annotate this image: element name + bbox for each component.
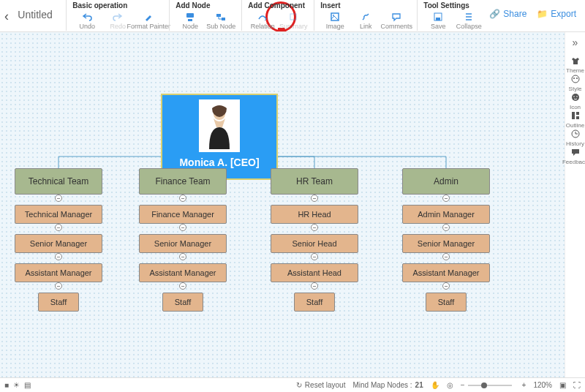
expand-toggle[interactable]	[442, 282, 450, 290]
expand-toggle[interactable]	[442, 253, 450, 260]
export-button[interactable]: 📁Export	[537, 9, 576, 19]
format-painter-button[interactable]: Format Painter	[134, 11, 163, 31]
expand-toggle[interactable]	[55, 282, 62, 290]
svg-rect-4	[290, 14, 296, 20]
share-button[interactable]: 🔗Share	[489, 9, 526, 19]
zoom-in[interactable]: +	[522, 381, 526, 389]
group-header: Insert	[320, 1, 411, 10]
child-node[interactable]: Technical Manager	[15, 205, 102, 224]
summary-label: Summary	[279, 23, 308, 30]
redo-icon	[113, 12, 123, 22]
relation-button[interactable]: Relation	[248, 11, 277, 31]
side-theme[interactable]: Theme	[562, 56, 585, 74]
pan-tool[interactable]: ✋	[431, 381, 439, 389]
child-node[interactable]: Assistant Manager	[15, 263, 102, 282]
expand-toggle[interactable]	[55, 224, 62, 231]
sub-node-button[interactable]: Sub Node	[206, 11, 235, 31]
child-node[interactable]: Staff	[38, 293, 79, 312]
doc-title[interactable]: Untitled	[15, 0, 66, 20]
expand-toggle[interactable]	[442, 195, 450, 202]
child-node[interactable]: Finance Manager	[139, 205, 227, 224]
expand-toggle[interactable]	[311, 224, 318, 231]
side-history[interactable]: History	[562, 129, 585, 147]
comments-button[interactable]: Comments	[382, 11, 411, 31]
svg-rect-3	[222, 18, 225, 20]
root-label: Monica A. [CEO]	[179, 157, 259, 168]
sub-node-label: Sub Node	[206, 23, 235, 30]
dept-node[interactable]: Admin	[402, 168, 490, 195]
side-outline[interactable]: Outline	[562, 110, 585, 129]
group-header: Add Node	[176, 1, 235, 10]
svg-rect-2	[216, 14, 221, 17]
svg-rect-17	[572, 112, 575, 119]
expand-toggle[interactable]	[311, 195, 318, 202]
child-node[interactable]: Assistant Head	[271, 263, 358, 282]
expand-toggle[interactable]	[179, 195, 186, 202]
svg-rect-19	[576, 116, 579, 119]
svg-rect-1	[188, 19, 192, 21]
child-node[interactable]: Staff	[294, 293, 335, 312]
side-style[interactable]: Style	[562, 74, 585, 92]
view-icon-1[interactable]: ■	[4, 381, 9, 389]
back-button[interactable]: ‹	[4, 0, 15, 24]
svg-rect-18	[576, 112, 579, 115]
side-feedback[interactable]: Feedback	[562, 147, 585, 165]
fit-screen[interactable]: ▣	[559, 381, 566, 389]
mindmap-canvas[interactable]: Monica A. [CEO] Technical TeamTechnical …	[0, 32, 565, 377]
undo-button[interactable]: Undo	[72, 11, 102, 31]
locate-tool[interactable]: ◎	[447, 381, 453, 389]
svg-point-13	[576, 78, 578, 79]
save-icon	[433, 12, 443, 22]
child-node[interactable]: Senior Manager	[402, 234, 490, 253]
expand-toggle[interactable]	[179, 224, 186, 231]
image-icon	[330, 12, 340, 22]
dept-node[interactable]: Technical Team	[15, 168, 102, 195]
child-node[interactable]: Senior Manager	[15, 234, 102, 253]
group-header: Add Component	[248, 1, 308, 10]
expand-toggle[interactable]	[179, 253, 186, 260]
expand-toggle[interactable]	[55, 195, 62, 202]
root-node[interactable]: Monica A. [CEO]	[161, 94, 278, 180]
view-icon-3[interactable]: ▤	[24, 381, 31, 389]
undo-label: Undo	[80, 23, 96, 30]
collapse-icon	[464, 12, 474, 22]
link-label: Link	[360, 23, 372, 30]
subnode-icon	[216, 12, 226, 22]
expand-toggle[interactable]	[311, 253, 318, 260]
dept-node[interactable]: HR Team	[271, 168, 358, 195]
svg-point-12	[573, 78, 575, 79]
comment-icon	[391, 12, 401, 22]
child-node[interactable]: Staff	[426, 293, 467, 312]
child-node[interactable]: Assistant Manager	[402, 263, 490, 282]
collapse-panel-icon[interactable]: »	[573, 37, 578, 48]
collapse-button[interactable]: Collapse	[454, 11, 483, 31]
child-node[interactable]: Admin Manager	[402, 205, 490, 224]
expand-toggle[interactable]	[55, 253, 62, 260]
zoom-slider[interactable]	[468, 385, 512, 386]
side-panel: » ThemeStyleIconOutlineHistoryFeedback	[565, 32, 585, 377]
view-icon-2[interactable]: ☀	[13, 381, 20, 389]
node-label: Node	[183, 23, 199, 30]
svg-point-16	[576, 96, 578, 97]
reset-layout-button[interactable]: ↻Reset layout	[296, 381, 346, 389]
child-node[interactable]: Staff	[162, 293, 203, 312]
node-button[interactable]: Node	[176, 11, 205, 31]
format-painter-label: Format Painter	[127, 23, 171, 30]
expand-toggle[interactable]	[442, 224, 450, 231]
child-node[interactable]: Assistant Manager	[139, 263, 227, 282]
link-button[interactable]: Link	[351, 11, 380, 31]
child-node[interactable]: HR Head	[271, 205, 358, 224]
save-button[interactable]: Save	[423, 11, 453, 31]
dept-node[interactable]: Finance Team	[139, 168, 227, 195]
side-icon[interactable]: Icon	[562, 92, 585, 110]
root-photo	[199, 99, 240, 152]
fullscreen[interactable]: ⛶	[573, 381, 581, 389]
expand-toggle[interactable]	[179, 282, 186, 290]
summary-button[interactable]: Summary	[279, 11, 308, 31]
palette-icon	[570, 74, 581, 84]
child-node[interactable]: Senior Head	[271, 234, 358, 253]
zoom-out[interactable]: −	[461, 381, 465, 389]
expand-toggle[interactable]	[311, 282, 318, 290]
child-node[interactable]: Senior Manager	[139, 234, 227, 253]
image-button[interactable]: Image	[320, 11, 350, 31]
